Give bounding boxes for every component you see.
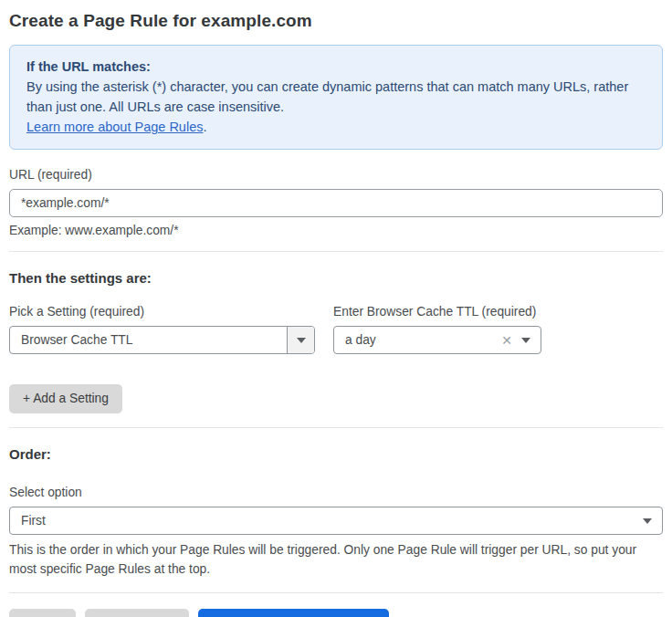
order-select[interactable]: First [9,507,663,535]
divider [9,592,663,593]
ttl-value: a day [334,333,498,347]
ttl-label: Enter Browser Cache TTL (required) [333,305,541,319]
chevron-down-icon [643,518,652,524]
order-select-label: Select option [9,486,663,499]
chevron-down-icon [297,338,306,343]
order-help-text: This is the order in which your Page Rul… [9,540,663,579]
learn-more-link[interactable]: Learn more about Page Rules [26,120,203,134]
pick-setting-value: Browser Cache TTL [10,333,287,347]
add-setting-button[interactable]: + Add a Setting [9,384,122,413]
url-field-label: URL (required) [9,168,663,182]
settings-row: Pick a Setting (required) Browser Cache … [9,305,663,354]
order-dropdown-button[interactable] [643,518,662,524]
ttl-select[interactable]: a day ✕ [333,326,541,354]
pick-setting-column: Pick a Setting (required) Browser Cache … [9,305,315,354]
info-box-body: By using the asterisk (*) character, you… [26,77,646,117]
info-box-heading: If the URL matches: [26,57,646,77]
ttl-column: Enter Browser Cache TTL (required) a day… [333,305,541,354]
divider [9,251,663,252]
url-example-text: Example: www.example.com/* [9,224,663,237]
url-input[interactable] [9,189,663,217]
link-suffix: . [203,120,206,134]
divider [9,427,663,428]
ttl-dropdown-button[interactable] [521,338,541,343]
page-title: Create a Page Rule for example.com [9,11,663,31]
settings-section-heading: Then the settings are: [9,270,663,286]
clear-icon[interactable]: ✕ [498,334,521,347]
pick-setting-label: Pick a Setting (required) [9,305,315,319]
footer-button-row: Cancel Save as Draft Save and Deploy Pag… [9,609,663,617]
pick-setting-dropdown-button[interactable] [287,327,314,353]
order-section-heading: Order: [9,446,663,462]
url-match-info-box: If the URL matches: By using the asteris… [9,45,663,150]
chevron-down-icon [521,338,530,343]
info-box-link-line: Learn more about Page Rules. [26,117,646,137]
cancel-button[interactable]: Cancel [9,609,76,617]
save-and-deploy-button[interactable]: Save and Deploy Page Rule [198,609,389,617]
pick-setting-select[interactable]: Browser Cache TTL [9,326,315,354]
save-as-draft-button[interactable]: Save as Draft [85,609,189,617]
order-select-value: First [10,514,643,528]
